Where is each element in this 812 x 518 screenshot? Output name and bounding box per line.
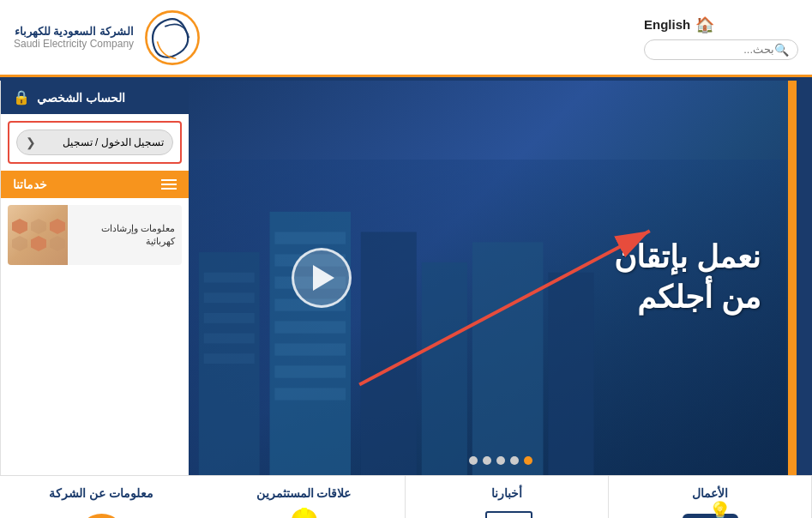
card-about-icon: i <box>71 507 131 518</box>
lang-home-bar[interactable]: English 🏠 <box>644 15 714 34</box>
card-business-title: الأعمال <box>692 486 728 500</box>
home-icon[interactable]: 🏠 <box>695 15 714 34</box>
card-about-title: معلومات عن الشركة <box>49 486 153 500</box>
svg-rect-3 <box>204 292 255 303</box>
svg-rect-2 <box>204 273 255 283</box>
card-business[interactable]: الأعمال 💡 ثقفني <box>609 476 812 518</box>
info-i-icon: i <box>78 514 125 519</box>
hex-1 <box>50 219 65 234</box>
login-button-wrapper: تسجيل الدخول / تسجيل ❮ <box>8 121 182 164</box>
blue-stripe <box>797 81 812 475</box>
login-button[interactable]: تسجيل الدخول / تسجيل ❮ <box>16 130 173 155</box>
svg-rect-18 <box>472 242 544 475</box>
play-icon <box>313 265 334 291</box>
card-news-icon <box>477 507 537 518</box>
login-label: تسجيل الدخول / تسجيل <box>63 136 164 148</box>
lock-icon: 🔒 <box>13 89 30 105</box>
svg-rect-15 <box>274 388 346 400</box>
services-bar[interactable]: خدماتنا <box>1 171 189 198</box>
svg-rect-14 <box>274 365 346 377</box>
search-input[interactable] <box>654 43 774 56</box>
hex-pattern <box>8 212 72 258</box>
hex-3 <box>12 219 27 234</box>
card-business-icon: 💡 ثقفني <box>680 507 740 518</box>
account-label: الحساب الشخصي <box>37 91 125 105</box>
svg-rect-12 <box>274 321 346 333</box>
card-about[interactable]: معلومات عن الشركة i <box>0 476 202 518</box>
banner-area: نعمل بإتقان من أجلكم <box>189 81 812 475</box>
hex-4 <box>50 236 65 251</box>
svg-rect-5 <box>204 334 255 344</box>
news-paper-icon <box>485 511 532 518</box>
bottom-cards: الأعمال 💡 ثقفني أخبارنا <box>0 475 812 518</box>
news-visual <box>481 511 532 518</box>
card-investors-title: علاقات المستثمرين <box>256 486 352 500</box>
card-investors[interactable]: علاقات المستثمرين 👷 % <box>202 476 406 518</box>
banner-text: نعمل بإتقان من أجلكم <box>614 238 761 318</box>
orange-stripe <box>788 81 797 475</box>
hex-2 <box>31 219 46 234</box>
card-news[interactable]: أخبارنا <box>406 476 609 518</box>
info-card[interactable]: معلومات وإرشادات كهربائية <box>8 205 182 265</box>
services-label: خدماتنا <box>13 178 47 191</box>
logo-text: الشركة السعودية للكهرباء Saudi Electrici… <box>14 25 134 50</box>
dot-2[interactable] <box>483 456 491 465</box>
dot-3[interactable] <box>496 456 505 465</box>
header-left: English 🏠 🔍 <box>644 15 798 60</box>
logo-english: Saudi Electricity Company <box>14 38 134 50</box>
play-button[interactable] <box>292 248 352 308</box>
hex-5 <box>31 236 46 251</box>
banner-headline: نعمل بإتقان من أجلكم <box>614 238 761 318</box>
svg-rect-4 <box>204 313 255 323</box>
svg-rect-8 <box>274 232 346 244</box>
svg-rect-17 <box>422 262 467 475</box>
logo-arabic: الشركة السعودية للكهرباء <box>14 25 134 38</box>
investor-person-icon: 👷 <box>284 507 324 518</box>
thaqfani-icon: 💡 ثقفني <box>683 514 738 519</box>
svg-rect-6 <box>204 353 255 364</box>
sec-logo <box>142 8 202 68</box>
search-bar[interactable]: 🔍 <box>644 39 798 60</box>
info-card-image <box>8 205 68 265</box>
card-investors-icon: 👷 % <box>274 507 334 518</box>
english-label[interactable]: English <box>644 17 690 32</box>
dot-5[interactable] <box>524 456 532 465</box>
header: English 🏠 🔍 الشركة السعودية للكهرباء Sau… <box>0 0 812 77</box>
svg-rect-19 <box>548 273 593 475</box>
sidebar: الحساب الشخصي 🔒 تسجيل الدخول / تسجيل ❮ خ… <box>0 81 189 475</box>
chevron-left-icon: ❮ <box>26 136 36 149</box>
info-card-text: معلومات وإرشادات كهربائية <box>68 215 182 256</box>
slider-dots <box>469 456 532 465</box>
thaqfani-bulb-icon: 💡 <box>708 501 731 519</box>
svg-rect-1 <box>199 252 260 475</box>
dot-1[interactable] <box>469 456 478 465</box>
dot-4[interactable] <box>510 456 519 465</box>
main-content: نعمل بإتقان من أجلكم <box>0 81 812 475</box>
svg-rect-16 <box>361 232 417 475</box>
investor-visual: 👷 % <box>284 507 324 518</box>
logo-area: الشركة السعودية للكهرباء Saudi Electrici… <box>14 8 202 68</box>
card-news-title: أخبارنا <box>491 486 522 500</box>
account-header: الحساب الشخصي 🔒 <box>1 81 189 114</box>
buildings-svg <box>189 120 594 475</box>
search-icon: 🔍 <box>774 43 789 57</box>
svg-rect-13 <box>274 343 346 355</box>
hex-6 <box>12 236 27 251</box>
hamburger-icon[interactable] <box>161 179 177 190</box>
